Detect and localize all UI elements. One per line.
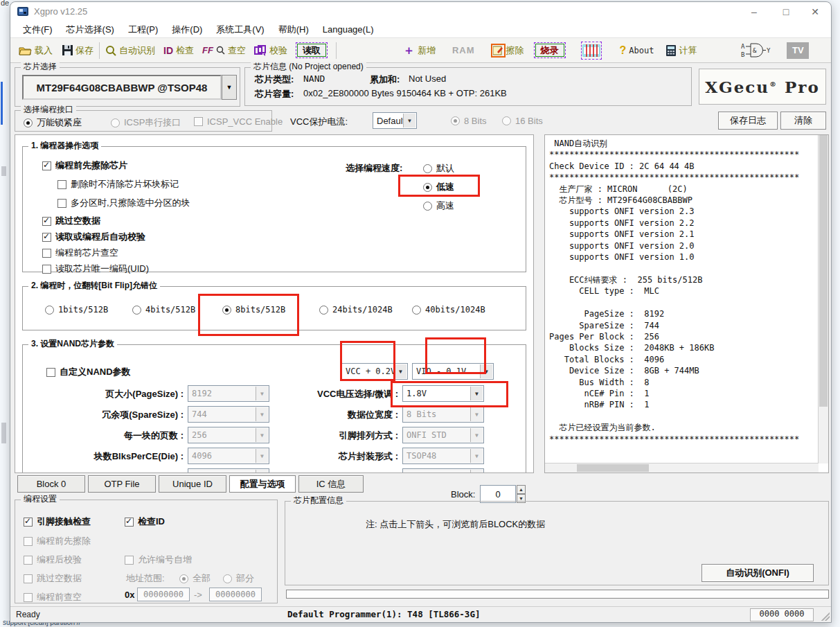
logic-gate-icon[interactable]: AB&Y bbox=[741, 42, 771, 59]
log-horizontal-scrollbar[interactable] bbox=[545, 463, 819, 473]
address-from-input: 00000000 bbox=[137, 588, 190, 601]
vcc-trim-select[interactable]: VCC + 0.2V▼ bbox=[341, 363, 408, 380]
block-browse-note: 注: 点击上下箭头，可浏览前后BLOCK的数据 bbox=[366, 518, 545, 531]
program-settings-title: 编程设置 bbox=[21, 494, 60, 504]
maximize-button[interactable]: □ bbox=[776, 4, 796, 19]
opt-skip-blank[interactable]: 跳过空数据 bbox=[42, 215, 100, 227]
clear-log-button[interactable]: 清除 bbox=[780, 112, 826, 130]
tab-unique-id[interactable]: Unique ID bbox=[159, 475, 226, 493]
blocks-per-ce-label: 块数BlksPerCE(Die) : bbox=[37, 450, 184, 463]
chip-program-icon[interactable] bbox=[581, 42, 602, 60]
checkbox-icon bbox=[57, 199, 66, 208]
opt-pin-contact-check[interactable]: 引脚接触检查 bbox=[24, 515, 91, 528]
radio-icon bbox=[423, 164, 432, 173]
menu-language[interactable]: Language(L) bbox=[316, 23, 381, 36]
chevron-down-icon: ▼ bbox=[470, 449, 483, 463]
radio-speed-high[interactable]: 高速 bbox=[423, 200, 454, 212]
close-button[interactable]: ✕ bbox=[805, 4, 825, 19]
save-log-button[interactable]: 保存日志 bbox=[718, 112, 778, 130]
chip-select-display[interactable]: MT29F64G08CBABBWP @TSOP48 bbox=[22, 75, 222, 100]
menu-chip-select[interactable]: 芯片选择(S) bbox=[60, 22, 121, 37]
save-button[interactable]: 保存 bbox=[62, 44, 93, 57]
open-folder-icon bbox=[19, 46, 32, 55]
menu-help[interactable]: 帮助(H) bbox=[271, 22, 316, 37]
block-label: Block: bbox=[451, 489, 475, 500]
scrollbar-thumb[interactable] bbox=[819, 135, 828, 407]
radio-icon bbox=[451, 116, 460, 125]
about-button[interactable]: ? About bbox=[620, 44, 654, 57]
menu-operation[interactable]: 操作(D) bbox=[165, 22, 209, 37]
speed-label: 选择编程速度: bbox=[346, 162, 402, 175]
radio-speed-default[interactable]: 默认 bbox=[423, 162, 454, 175]
tab-ic-info[interactable]: IC 信息 bbox=[298, 475, 364, 493]
radio-icon bbox=[423, 202, 432, 211]
status-programmer: Default Programmer(1): T48 [TL866-3G] bbox=[287, 609, 480, 619]
chip-select-group: 芯片选择 MT29F64G08CBABBWP @TSOP48 ▼ bbox=[15, 67, 240, 107]
opt-check-id[interactable]: 检查ID bbox=[125, 515, 165, 528]
radio-universal-socket[interactable]: 万能锁紧座 bbox=[24, 116, 82, 129]
vcc-protect-select[interactable]: Default▼ bbox=[373, 112, 417, 129]
check-id-button[interactable]: ID 检查 bbox=[163, 44, 194, 57]
plus-icon: ＋ bbox=[403, 42, 415, 58]
opt-erase-before-program[interactable]: 编程前先擦除芯片 bbox=[42, 159, 127, 172]
opt-blank-check-before[interactable]: 编程前芯片查空 bbox=[42, 247, 118, 259]
tab-block0[interactable]: Block 0 bbox=[17, 475, 85, 493]
xgpro-window: Xgpro v12.25 – □ ✕ 文件(F) 芯片选择(S) 工程(P) 操… bbox=[10, 1, 832, 623]
radio-8bits-flip[interactable]: 8bits/512B bbox=[222, 305, 285, 315]
vio-trim-select[interactable]: VIO - 0.1V▼ bbox=[412, 363, 494, 380]
checkbox-icon bbox=[46, 368, 55, 377]
auto-identify-onfi-button[interactable]: 自动识别(ONFI) bbox=[702, 564, 814, 582]
verify-button[interactable]: 校验 bbox=[254, 44, 287, 57]
opt-erase-selected-partition[interactable]: 多分区时,只擦除选中分区的块 bbox=[57, 197, 190, 209]
program-settings-group: 编程设置 引脚接触检查 检查ID 编程前先擦除 编程后校验 允许编号自增 跳过空… bbox=[15, 500, 278, 603]
calculator-button[interactable]: 计算 bbox=[666, 44, 697, 57]
opt-keep-badblock-marks[interactable]: 删除时不清除芯片坏块标记 bbox=[57, 178, 179, 191]
menu-system-tools[interactable]: 系统工具(V) bbox=[209, 22, 271, 37]
radio-24bits[interactable]: 24bits/1024B bbox=[319, 305, 393, 315]
opt-read-uid[interactable]: 读取芯片唯一编码(UID) bbox=[42, 263, 149, 275]
tab-config-options[interactable]: 配置与选项 bbox=[229, 475, 296, 493]
chevron-down-icon: ▼ bbox=[470, 407, 483, 421]
auto-detect-button[interactable]: 自动识别 bbox=[105, 44, 155, 57]
pagesize-label: 页大小(PageSize) : bbox=[37, 388, 184, 400]
add-new-button[interactable]: ＋ 新增 bbox=[403, 42, 436, 58]
read-button[interactable]: 读取 bbox=[296, 42, 328, 58]
opt-blank-before-disabled: 编程前查空 bbox=[24, 591, 82, 603]
erase-button[interactable]: 擦除 bbox=[493, 44, 524, 57]
load-button[interactable]: 载入 bbox=[19, 44, 53, 57]
svg-text:A: A bbox=[741, 43, 745, 50]
radio-40bits[interactable]: 40bits/1024B bbox=[412, 305, 485, 315]
log-vertical-scrollbar[interactable] bbox=[818, 135, 828, 463]
opt-custom-nand[interactable]: 自定义NAND参数 bbox=[46, 366, 131, 378]
block-spin-up[interactable]: ▲ bbox=[517, 485, 526, 494]
minimize-button[interactable]: – bbox=[744, 4, 765, 19]
radio-speed-low[interactable]: 低速 bbox=[423, 181, 454, 193]
chip-config-group: 芯片配置信息 注: 点击上下箭头，可浏览前后BLOCK的数据 自动识别(ONFI… bbox=[285, 501, 829, 585]
pinout-select: ONFI STD▼ bbox=[402, 427, 484, 443]
chip-select-dropdown-button[interactable]: ▼ bbox=[222, 75, 237, 100]
blank-check-button[interactable]: FF 查空 bbox=[202, 44, 246, 57]
radio-icon bbox=[223, 574, 232, 583]
clipped-select: ▼ bbox=[402, 468, 484, 473]
scrollbar-thumb[interactable] bbox=[577, 464, 649, 472]
radio-icon bbox=[319, 306, 328, 315]
burn-button[interactable]: 烧录 bbox=[534, 42, 566, 58]
section3-title: 3. 设置NAND芯片参数 bbox=[28, 339, 117, 348]
checkbox-icon bbox=[42, 233, 51, 242]
menu-project[interactable]: 工程(P) bbox=[121, 22, 165, 37]
opt-erase-first-disabled: 编程前先擦除 bbox=[24, 535, 91, 547]
menu-file[interactable]: 文件(F) bbox=[16, 22, 60, 37]
window-title: Xgpro v12.25 bbox=[34, 6, 87, 17]
radio-4bits[interactable]: 4bits/512B bbox=[132, 305, 195, 315]
opt-auto-verify[interactable]: 读取或编程后自动校验 bbox=[42, 231, 145, 243]
checkbox-icsp-vcc: ICSP_VCC Enable bbox=[194, 116, 283, 127]
app-icon bbox=[17, 6, 29, 17]
resize-grip[interactable] bbox=[821, 612, 830, 621]
tv-output-button[interactable]: TV bbox=[787, 42, 809, 59]
radio-icon bbox=[45, 306, 54, 315]
tab-otp-file[interactable]: OTP File bbox=[88, 475, 156, 493]
radio-1bits[interactable]: 1bits/512B bbox=[45, 305, 108, 315]
menu-bar: 文件(F) 芯片选择(S) 工程(P) 操作(D) 系统工具(V) 帮助(H) … bbox=[10, 21, 831, 38]
title-bar: Xgpro v12.25 – □ ✕ bbox=[10, 2, 831, 21]
vcc-voltage-select[interactable]: 1.8V▼ bbox=[402, 385, 484, 402]
